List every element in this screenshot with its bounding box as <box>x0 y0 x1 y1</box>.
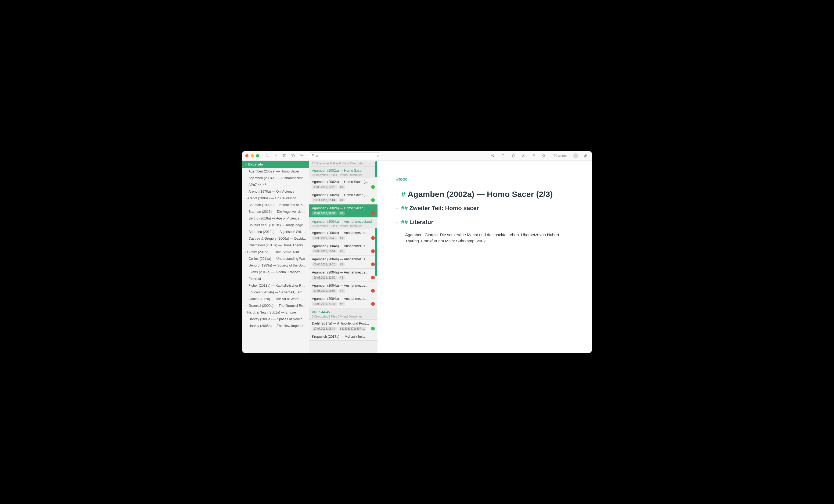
sidebar-item-label: Agamben (2004a) — Ausnahmezustand <box>248 176 308 180</box>
bullet-icon: - <box>401 232 402 244</box>
clear-search-icon[interactable]: × <box>377 154 379 158</box>
sidebar-item-label: Arendt (2006a) — On Revolution <box>247 196 296 200</box>
svg-point-2 <box>292 155 293 155</box>
sidebar-item[interactable]: Arendt (1970a) — On Violence <box>242 188 309 195</box>
file-date: 17.05.2019, 18:07 <box>312 289 337 293</box>
sidebar-item[interactable]: ›Clover (2016a) — Riot. Strike. Riot <box>242 248 309 255</box>
h2-mark: ## <box>401 205 408 212</box>
scrollbar-thumb[interactable] <box>375 161 377 177</box>
file-date: 19.05.2019, 12:26 <box>312 185 337 189</box>
file-date: 08.05.2019, 22:50 <box>312 276 337 280</box>
chevron-right-icon: › <box>245 251 246 254</box>
sidebar-section-header[interactable]: ▾ Excerpts <box>242 161 309 168</box>
file-item[interactable]: Agamben (2004a) — Ausnahmezustand 517.05… <box>309 282 377 295</box>
sidebar-item[interactable]: Bertho (2018a) — Age of Violence <box>242 215 309 222</box>
file-tag: #1 <box>338 212 345 216</box>
heading-1[interactable]: ▾ # Agamben (2002a) — Homo Sacer (2/3) <box>396 189 573 200</box>
cursor-icon[interactable] <box>500 153 506 159</box>
file-item[interactable]: Agamben (2002a) — Homo Sacer (0-3)19.05.… <box>309 178 377 191</box>
file-meta: 17.07.2018, 09:3488150314716807 #1 <box>312 327 375 331</box>
file-item[interactable]: Krupovich (2017a) — Mohawk Imitation <box>309 333 377 341</box>
titlebar: × 30 words <box>242 151 592 161</box>
sidebar-item[interactable]: Agamben (2002a) — Homo Sacer <box>242 168 309 175</box>
file-item[interactable]: Agamben (2002a) — Homo Sacer (2-3)17.07.… <box>309 204 377 218</box>
share-icon[interactable] <box>489 153 496 159</box>
search-field[interactable]: × <box>309 152 381 159</box>
sidebar-item-label: Hardt & Negri (2001a) — Empire <box>247 311 296 314</box>
fold-chevron-icon[interactable]: ▾ <box>396 221 399 225</box>
hash-icon[interactable] <box>530 153 537 159</box>
file-meta: 08.05.2019, 18:54#3 <box>312 249 375 253</box>
file-date: 08.05.2019, 19:28 <box>312 262 337 266</box>
sidebar-item-label: Chamayou (2015a) — Drone Theory <box>248 243 303 247</box>
file-item[interactable]: Agamben (2002a) — Homo Sacer (1-3)03.11.… <box>309 191 377 204</box>
file-item[interactable]: Agamben (2004a) — Ausnahmezustand 208.05… <box>309 242 377 256</box>
sidebar-item[interactable]: External <box>242 276 309 282</box>
file-item[interactable]: Diehl (2017a) — Antipolitik und Postmode… <box>309 320 377 333</box>
file-tag: #8 <box>338 302 345 306</box>
sidebar-item[interactable]: Bourdieu (2010a) — Algerische Skizzen <box>242 228 309 235</box>
folder-icon[interactable] <box>264 153 270 159</box>
file-item[interactable]: Agamben (2004a) — Ausnahmezustand 608.05… <box>309 295 377 308</box>
group-title: APuZ 44-45 <box>312 310 375 314</box>
file-item[interactable]: Agamben (2004a) — Ausnahmezustand 108.05… <box>309 229 377 242</box>
file-tag: 88150314716807 #1 <box>338 327 367 331</box>
sidebar-item-label: Harvey (2005a) — Spaces of Neoliberalism <box>248 317 309 321</box>
attachment-icon[interactable] <box>582 153 589 159</box>
settings-icon[interactable] <box>299 153 305 159</box>
sidebar-item[interactable]: Harvey (2005a) — Spaces of Neoliberalism <box>242 316 309 322</box>
font-icon[interactable] <box>520 153 527 159</box>
h2-mark: ## <box>401 219 408 225</box>
minimize-window-button[interactable] <box>251 154 254 157</box>
sidebar-item[interactable]: Harvey (2005b) — The New Imperialism <box>242 322 309 329</box>
sidebar-item[interactable]: Gramsci (2000a) — The Gramsci Reader <box>242 302 309 309</box>
file-list: 18 Directories 8 Files 0 Virtual Directo… <box>309 161 377 353</box>
avatar[interactable] <box>573 153 578 158</box>
search-icon[interactable] <box>541 153 547 159</box>
status-dot <box>371 249 375 253</box>
file-title: Agamben (2004a) — Ausnahmezustand 1 <box>312 231 375 235</box>
sidebar-item[interactable]: ›Arendt (2006a) — On Revolution <box>242 195 309 201</box>
svg-point-6 <box>493 156 495 157</box>
sidebar-item[interactable]: Bauman (2016) — Die Angst vor den andere… <box>242 208 309 215</box>
sidebar-item[interactable]: Bouffier et al. (2013a) — Klage gegen … <box>242 222 309 228</box>
document-tag[interactable]: #todo <box>396 177 573 181</box>
sidebar-item[interactable]: Agamben (2004a) — Ausnahmezustand <box>242 175 309 181</box>
sidebar-item[interactable]: APuZ 44-45 <box>242 181 309 188</box>
sidebar-item[interactable]: Debord (1983a) — Society of the Spectacl… <box>242 262 309 269</box>
sidebar-item[interactable]: Castree & Gregory (2006a) — David Harvey <box>242 235 309 242</box>
sidebar-item[interactable]: ›Hardt & Negri (2001a) — Empire <box>242 309 309 316</box>
heading-2[interactable]: ▾ ## Literatur <box>396 219 573 226</box>
file-list-scroll[interactable]: 18 Directories 8 Files 0 Virtual Directo… <box>309 161 377 353</box>
scrollbar-thumb[interactable] <box>375 228 377 276</box>
file-item[interactable]: Agamben (2004a) — Ausnahmezustand 408.05… <box>309 269 377 282</box>
list-item[interactable]: - Agamben, Giorgio. Die souveräne Macht … <box>401 232 573 244</box>
sidebar-item[interactable]: Evans (2012a) — Algeria. France's undecl… <box>242 269 309 276</box>
search-input[interactable] <box>309 152 381 159</box>
image-icon[interactable] <box>281 153 288 159</box>
editor-pane[interactable]: #todo ▾ # Agamben (2002a) — Homo Sacer (… <box>377 161 592 353</box>
file-title: Agamben (2002a) — Homo Sacer (1-3) <box>312 193 375 197</box>
sidebar-item-label: Foucault (2014a) — Sicherheit, Territori… <box>248 290 309 294</box>
file-group-header[interactable]: APuZ 44-450 Directories 5 Files 0 Virtua… <box>309 308 377 320</box>
close-window-button[interactable] <box>245 154 248 157</box>
heading-2[interactable]: ▾ ## Zweiter Teil: Homo sacer <box>396 205 573 212</box>
new-file-icon[interactable] <box>273 153 279 159</box>
sidebar-item[interactable]: Chamayou (2015a) — Drone Theory <box>242 242 309 248</box>
sidebar-item[interactable]: Gould (2017a) — The Art of World-Making <box>242 295 309 302</box>
trash-icon[interactable] <box>510 153 517 159</box>
file-item[interactable]: Agamben (2004a) — Ausnahmezustand 308.05… <box>309 256 377 269</box>
file-group-header[interactable]: Agamben (2004a) — Ausnahmezustand0 Direc… <box>309 218 377 229</box>
sidebar-item[interactable]: Collins (2011a) — Understanding War <box>242 255 309 262</box>
sidebar-list[interactable]: Agamben (2002a) — Homo SacerAgamben (200… <box>242 168 309 353</box>
chevron-right-icon: › <box>245 311 246 314</box>
sidebar-item[interactable]: Bauman (1992a) — Intimations of Postmode… <box>242 201 309 208</box>
tag-icon[interactable] <box>290 153 297 159</box>
fold-chevron-icon[interactable]: ▾ <box>396 193 399 196</box>
sidebar-item[interactable]: Foucault (2014a) — Sicherheit, Territori… <box>242 289 309 295</box>
maximize-window-button[interactable] <box>256 154 259 157</box>
sidebar-item[interactable]: Fisher (2013a) — Kapitalistischer Realis… <box>242 282 309 289</box>
file-group-header[interactable]: Agamben (2002a) — Homo Sacer0 Directorie… <box>309 167 377 178</box>
fold-chevron-icon[interactable]: ▾ <box>396 207 399 211</box>
sidebar-item-label: Debord (1983a) — Society of the Spectacl… <box>248 264 309 267</box>
